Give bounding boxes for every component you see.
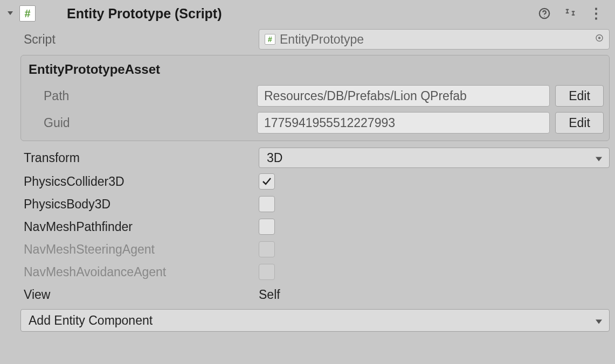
component-title: Entity Prototype (Script) (67, 6, 533, 22)
navmesh-steering-label: NavMeshSteeringAgent (5, 242, 259, 257)
path-field[interactable]: Resources/DB/Prefabs/Lion QPrefab (257, 85, 550, 107)
transform-row: Transform 3D (5, 145, 610, 170)
physics-collider-checkbox[interactable] (259, 173, 275, 190)
svg-marker-13 (596, 320, 602, 324)
physics-collider-label: PhysicsCollider3D (5, 174, 259, 189)
guid-row: Guid 1775941955512227993 Edit (26, 109, 604, 136)
svg-point-10 (599, 37, 600, 39)
script-value: EntityPrototype (280, 32, 364, 47)
inspector-panel: # Entity Prototype (Script) ⋮ Script # E… (0, 0, 615, 364)
object-picker-icon[interactable] (594, 32, 605, 47)
physics-collider-row: PhysicsCollider3D (5, 170, 610, 193)
view-row: View Self (5, 283, 610, 306)
svg-marker-11 (596, 157, 602, 162)
view-label: View (5, 288, 259, 302)
path-row: Path Resources/DB/Prefabs/Lion QPrefab E… (26, 82, 604, 109)
script-object-field[interactable]: # EntityPrototype (259, 29, 610, 50)
navmesh-pathfinder-row: NavMeshPathfinder (5, 215, 610, 238)
asset-group-title: EntityPrototypeAsset (26, 60, 604, 82)
navmesh-pathfinder-label: NavMeshPathfinder (5, 220, 259, 234)
csharp-script-icon: # (19, 5, 36, 22)
add-entity-component-dropdown[interactable]: Add Entity Component (20, 309, 610, 332)
physics-body-row: PhysicsBody3D (5, 193, 610, 215)
transform-dropdown[interactable]: 3D (259, 148, 610, 168)
view-value: Self (259, 288, 280, 302)
transform-label: Transform (5, 151, 259, 165)
guid-field[interactable]: 1775941955512227993 (257, 112, 550, 134)
foldout-icon[interactable] (6, 9, 14, 18)
guid-edit-button[interactable]: Edit (555, 112, 604, 134)
navmesh-steering-checkbox (259, 241, 275, 257)
context-menu-icon[interactable]: ⋮ (590, 8, 602, 19)
path-edit-button[interactable]: Edit (555, 85, 604, 107)
physics-body-label: PhysicsBody3D (5, 197, 259, 212)
svg-rect-8 (573, 11, 574, 15)
navmesh-steering-row: NavMeshSteeringAgent (5, 238, 610, 261)
asset-group: EntityPrototypeAsset Path Resources/DB/P… (20, 55, 610, 141)
svg-point-2 (544, 16, 544, 17)
svg-marker-0 (8, 11, 13, 15)
chevron-down-icon (595, 313, 603, 328)
header-icons: ⋮ (538, 8, 610, 19)
path-label: Path (26, 89, 252, 103)
navmesh-avoidance-label: NavMeshAvoidanceAgent (5, 265, 259, 279)
guid-label: Guid (26, 116, 252, 130)
physics-body-checkbox[interactable] (259, 196, 275, 212)
script-label: Script (5, 32, 259, 47)
navmesh-pathfinder-checkbox[interactable] (259, 219, 275, 235)
svg-rect-7 (567, 9, 568, 13)
help-icon[interactable] (538, 8, 550, 19)
script-row: Script # EntityPrototype (5, 27, 610, 52)
preset-icon[interactable] (564, 8, 576, 19)
component-header: # Entity Prototype (Script) ⋮ (5, 2, 610, 27)
chevron-down-icon (595, 151, 603, 165)
csharp-mini-icon: # (265, 34, 275, 45)
navmesh-avoidance-row: NavMeshAvoidanceAgent (5, 261, 610, 283)
navmesh-avoidance-checkbox (259, 264, 275, 280)
